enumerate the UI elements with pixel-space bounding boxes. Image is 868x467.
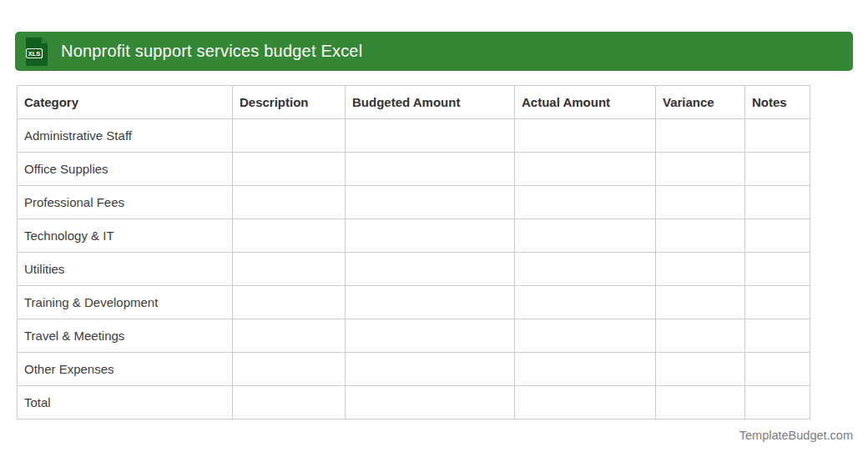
cell-category: Training & Development: [18, 286, 233, 319]
cell-category: Other Expenses: [18, 353, 233, 386]
cell-category: Total: [18, 386, 233, 419]
cell-actual: [515, 119, 656, 153]
cell-category: Travel & Meetings: [18, 319, 233, 353]
cell-variance: [656, 219, 745, 253]
cell-budgeted: [346, 119, 515, 153]
column-header-actual-amount: Actual Amount: [515, 86, 656, 119]
cell-description: [233, 153, 346, 186]
cell-notes: [745, 153, 810, 186]
cell-description: [233, 253, 346, 286]
cell-category: Professional Fees: [18, 186, 233, 219]
cell-variance: [656, 186, 745, 219]
column-header-notes: Notes: [745, 86, 810, 119]
cell-variance: [656, 153, 745, 186]
cell-budgeted: [346, 153, 515, 186]
table-row: Travel & Meetings: [18, 319, 810, 353]
cell-notes: [745, 119, 810, 153]
cell-variance: [656, 119, 745, 153]
xls-badge-text: XLS: [28, 50, 41, 58]
table-row: Administrative Staff: [18, 119, 810, 153]
cell-actual: [515, 353, 656, 386]
cell-category: Office Supplies: [18, 153, 233, 186]
cell-notes: [745, 386, 810, 419]
cell-actual: [515, 319, 656, 353]
budget-table: Category Description Budgeted Amount Act…: [17, 85, 810, 419]
cell-actual: [515, 386, 656, 419]
page-title: Nonprofit support services budget Excel: [61, 42, 362, 61]
cell-description: [233, 286, 346, 319]
column-header-variance: Variance: [656, 86, 745, 119]
cell-actual: [515, 153, 656, 186]
table-row: Other Expenses: [18, 353, 810, 386]
cell-budgeted: [346, 253, 515, 286]
cell-budgeted: [346, 319, 515, 353]
cell-budgeted: [346, 386, 515, 419]
cell-variance: [656, 286, 745, 319]
column-header-category: Category: [18, 86, 233, 119]
cell-description: [233, 319, 346, 353]
table-row: Training & Development: [18, 286, 810, 319]
cell-actual: [515, 286, 656, 319]
cell-variance: [656, 253, 745, 286]
cell-category: Administrative Staff: [18, 119, 233, 153]
cell-description: [233, 386, 346, 419]
cell-description: [233, 119, 346, 153]
cell-notes: [745, 353, 810, 386]
column-header-budgeted-amount: Budgeted Amount: [346, 86, 515, 119]
cell-description: [233, 219, 346, 253]
table-row-total: Total: [18, 386, 810, 419]
cell-notes: [745, 219, 810, 253]
header-row: Category Description Budgeted Amount Act…: [18, 86, 810, 119]
xls-file-icon: XLS: [25, 38, 48, 66]
table-row: Office Supplies: [18, 153, 810, 186]
table-row: Utilities: [18, 253, 810, 286]
cell-budgeted: [346, 286, 515, 319]
cell-notes: [745, 186, 810, 219]
cell-actual: [515, 253, 656, 286]
cell-notes: [745, 286, 810, 319]
cell-category: Utilities: [18, 253, 233, 286]
cell-description: [233, 186, 346, 219]
table-row: Professional Fees: [18, 186, 810, 219]
cell-budgeted: [346, 353, 515, 386]
cell-variance: [656, 319, 745, 353]
column-header-description: Description: [233, 86, 346, 119]
cell-budgeted: [346, 186, 515, 219]
cell-variance: [656, 386, 745, 419]
cell-notes: [745, 319, 810, 353]
cell-actual: [515, 219, 656, 253]
cell-description: [233, 353, 346, 386]
cell-category: Technology & IT: [18, 219, 233, 253]
header-bar: XLS Nonprofit support services budget Ex…: [15, 32, 853, 71]
cell-budgeted: [346, 219, 515, 253]
site-watermark: TemplateBudget.com: [739, 429, 853, 442]
cell-variance: [656, 353, 745, 386]
cell-notes: [745, 253, 810, 286]
cell-actual: [515, 186, 656, 219]
table-row: Technology & IT: [18, 219, 810, 253]
